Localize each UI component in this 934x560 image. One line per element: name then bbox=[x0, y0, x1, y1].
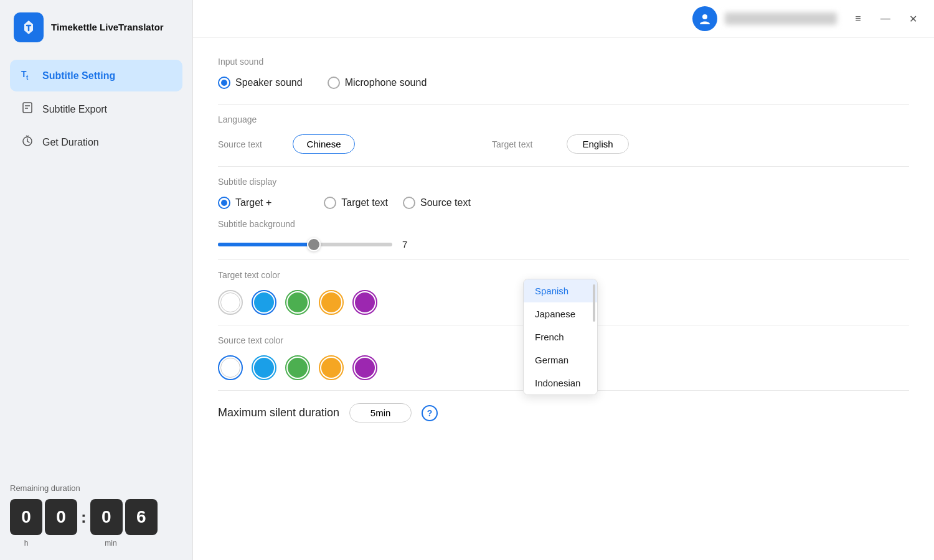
timer-hours-tens: 0 bbox=[10, 499, 42, 535]
language-section-title: Language bbox=[218, 114, 909, 124]
timer-hours-ones: 0 bbox=[45, 499, 77, 535]
svg-text:t: t bbox=[26, 74, 29, 81]
timer-minutes-tens: 0 bbox=[90, 499, 123, 535]
sidebar: Timekettle LiveTranslator T t Subtitle S… bbox=[0, 0, 193, 560]
source-text-display-label: Source text bbox=[420, 197, 471, 208]
remaining-duration-section: Remaining duration 0 0 : 0 6 h min bbox=[10, 474, 182, 548]
max-silent-duration-section: Maximum silent duration ? bbox=[218, 403, 909, 422]
close-button[interactable]: ✕ bbox=[904, 10, 922, 27]
dropdown-item-indonesian[interactable]: Indonesian bbox=[524, 371, 597, 394]
subtitle-display-section: Subtitle display Target + Target text So… bbox=[218, 177, 909, 209]
get-duration-icon bbox=[20, 134, 35, 150]
speaker-sound-radio[interactable] bbox=[218, 77, 230, 89]
dropdown-scrollbar bbox=[593, 284, 595, 322]
target-plus-radio[interactable] bbox=[218, 197, 230, 209]
source-color-green[interactable] bbox=[285, 355, 310, 380]
divider-2 bbox=[218, 166, 909, 167]
speaker-sound-option[interactable]: Speaker sound bbox=[218, 77, 303, 89]
remaining-duration-label: Remaining duration bbox=[10, 483, 182, 493]
source-text-display-radio[interactable] bbox=[403, 197, 415, 209]
input-sound-row: Speaker sound Microphone sound bbox=[218, 77, 909, 89]
microphone-sound-radio[interactable] bbox=[328, 77, 340, 89]
dropdown-item-german[interactable]: German bbox=[524, 348, 597, 371]
timer-display: 0 0 : 0 6 bbox=[10, 499, 182, 535]
max-silent-duration-label: Maximum silent duration bbox=[218, 406, 339, 419]
svg-point-6 bbox=[702, 14, 707, 19]
language-row: Source text Chinese Spanish Japanese Fre… bbox=[218, 134, 909, 154]
microphone-sound-option[interactable]: Microphone sound bbox=[328, 77, 427, 89]
menu-button[interactable]: ≡ bbox=[849, 10, 867, 27]
app-logo bbox=[14, 12, 44, 42]
sidebar-item-subtitle-export[interactable]: Subtitle Export bbox=[10, 94, 182, 124]
microphone-sound-label: Microphone sound bbox=[345, 77, 427, 88]
target-color-green[interactable] bbox=[285, 290, 310, 315]
source-color-white[interactable] bbox=[218, 355, 243, 380]
target-color-purple[interactable] bbox=[352, 290, 377, 315]
sidebar-item-subtitle-setting[interactable]: T t Subtitle Setting bbox=[10, 60, 182, 91]
timer-h-label: h bbox=[10, 539, 42, 548]
content-area: Input sound Speaker sound Microphone sou… bbox=[193, 38, 934, 560]
divider-3 bbox=[218, 259, 909, 260]
target-text-display-radio[interactable] bbox=[324, 197, 336, 209]
input-sound-title: Input sound bbox=[218, 57, 909, 67]
slider-thumb[interactable] bbox=[307, 238, 321, 251]
target-plus-option[interactable]: Target + bbox=[218, 197, 271, 209]
sidebar-item-subtitle-setting-label: Subtitle Setting bbox=[42, 70, 115, 82]
timer-min-label: min bbox=[95, 539, 127, 548]
subtitle-background-section: Subtitle background 7 bbox=[218, 219, 909, 250]
source-language-dropdown-menu: Spanish Japanese French German Indonesia… bbox=[523, 279, 598, 395]
source-color-purple[interactable] bbox=[352, 355, 377, 380]
minimize-button[interactable]: — bbox=[877, 10, 894, 27]
timer-colon: : bbox=[81, 508, 87, 527]
source-color-blue[interactable] bbox=[252, 355, 276, 380]
dropdown-item-spanish[interactable]: Spanish bbox=[524, 279, 597, 302]
timer-labels: h min bbox=[10, 539, 182, 548]
user-avatar bbox=[692, 6, 717, 31]
target-text-label: Target text bbox=[492, 139, 554, 149]
app-title: Timekettle LiveTranslator bbox=[51, 21, 164, 34]
help-icon[interactable]: ? bbox=[422, 405, 438, 421]
subtitle-display-row: Target + Target text Source text bbox=[218, 197, 909, 209]
target-text-display-option[interactable]: Target text bbox=[324, 197, 388, 209]
slider-container: 7 bbox=[218, 239, 909, 250]
target-color-white[interactable] bbox=[218, 290, 243, 315]
app-logo-area: Timekettle LiveTranslator bbox=[10, 12, 182, 42]
subtitle-export-icon bbox=[20, 101, 35, 117]
sidebar-item-get-duration-label: Get Duration bbox=[42, 137, 99, 148]
subtitle-setting-icon: T t bbox=[20, 67, 35, 84]
sidebar-item-subtitle-export-label: Subtitle Export bbox=[42, 104, 107, 115]
svg-rect-2 bbox=[23, 103, 32, 113]
timer-minutes-ones: 6 bbox=[125, 499, 158, 535]
target-color-blue[interactable] bbox=[252, 290, 276, 315]
source-color-yellow[interactable] bbox=[319, 355, 344, 380]
target-language-dropdown-button[interactable]: English bbox=[567, 134, 629, 154]
timer-min-label2 bbox=[130, 539, 162, 548]
title-bar-icons: ≡ — ✕ bbox=[849, 10, 922, 27]
source-text-display-option[interactable]: Source text bbox=[403, 197, 471, 209]
language-section: Language Source text Chinese Spanish Jap… bbox=[218, 114, 909, 154]
slider-track[interactable] bbox=[218, 243, 392, 246]
target-plus-label: Target + bbox=[235, 197, 271, 208]
sidebar-item-get-duration[interactable]: Get Duration bbox=[10, 127, 182, 157]
subtitle-display-title: Subtitle display bbox=[218, 177, 909, 187]
speaker-sound-label: Speaker sound bbox=[235, 77, 303, 88]
source-text-label: Source text bbox=[218, 139, 280, 149]
slider-value: 7 bbox=[402, 239, 407, 250]
user-name bbox=[725, 12, 837, 25]
divider-1 bbox=[218, 104, 909, 105]
title-bar: ≡ — ✕ bbox=[193, 0, 934, 38]
dropdown-item-french[interactable]: French bbox=[524, 325, 597, 348]
source-language-dropdown-button[interactable]: Chinese bbox=[293, 134, 355, 154]
target-text-display-label: Target text bbox=[341, 197, 388, 208]
dropdown-item-japanese[interactable]: Japanese bbox=[524, 302, 597, 325]
slider-fill bbox=[218, 243, 318, 246]
subtitle-background-title: Subtitle background bbox=[218, 219, 909, 229]
max-silent-duration-input[interactable] bbox=[349, 403, 412, 422]
timer-h-label2 bbox=[45, 539, 77, 548]
target-color-yellow[interactable] bbox=[319, 290, 344, 315]
main-content: ≡ — ✕ Input sound Speaker sound Micropho… bbox=[193, 0, 934, 560]
